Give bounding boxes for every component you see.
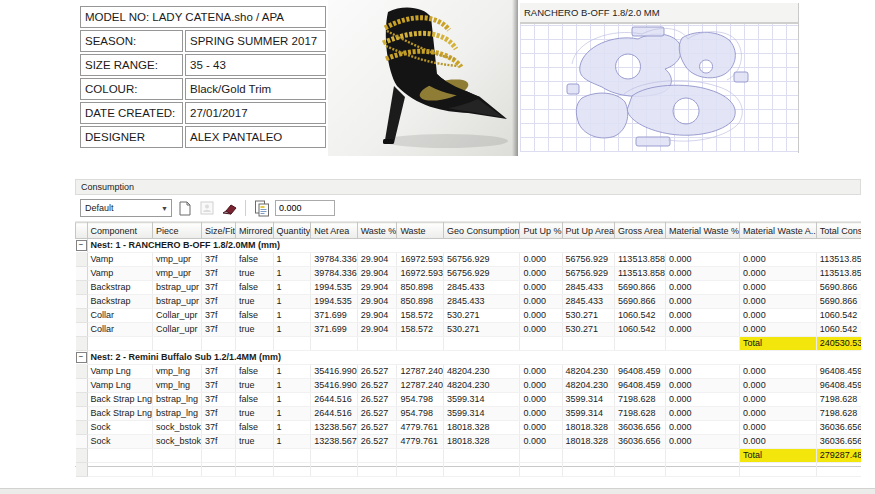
cell: false <box>236 421 274 435</box>
cell: 35416.990 <box>311 379 358 393</box>
cell: 954.798 <box>397 393 444 407</box>
cell: false <box>236 393 274 407</box>
column-header[interactable]: Put Up Area <box>562 223 615 239</box>
column-header[interactable]: Gross Area <box>615 223 666 239</box>
cell: 12787.240 <box>397 379 444 393</box>
column-header[interactable]: Quantity <box>273 223 311 239</box>
table-row[interactable]: CollarCollar_upr37ffalse1371.69929.90415… <box>76 309 862 323</box>
consumption-toolbar: Default ▼ <box>75 195 861 222</box>
cell: 1 <box>273 267 311 281</box>
column-header[interactable]: Mirrored <box>236 223 274 239</box>
cell: 96408.459 <box>816 379 861 393</box>
cell: 0.000 <box>665 323 739 337</box>
cell: 0.000 <box>740 309 817 323</box>
cell: 48204.230 <box>562 365 615 379</box>
cell: 0.000 <box>520 323 562 337</box>
cell: 2845.433 <box>443 281 520 295</box>
table-row: SIZE RANGE: 35 - 43 <box>80 54 326 76</box>
preset-combobox[interactable]: Default ▼ <box>80 199 172 217</box>
table-row[interactable]: Socksock_bstok37ffalse113238.56726.52747… <box>76 421 862 435</box>
cell: false <box>236 365 274 379</box>
copy-pages-icon[interactable] <box>253 199 271 217</box>
cell: 29.904 <box>357 309 397 323</box>
cell: Collar <box>87 323 153 337</box>
table-row[interactable]: Back Strap Lngbstrap_lng37ffalse12644.51… <box>76 393 862 407</box>
column-header[interactable]: Waste % <box>357 223 397 239</box>
cell: 39784.336 <box>311 253 358 267</box>
eraser-icon[interactable] <box>220 199 238 217</box>
cell: 1 <box>273 253 311 267</box>
cell: 1994.535 <box>311 281 358 295</box>
column-header[interactable]: Geo Consumption <box>443 223 520 239</box>
cell: 0.000 <box>740 393 817 407</box>
consumption-value-field[interactable] <box>275 200 335 216</box>
table-row[interactable]: Backstrapbstrap_upr37ffalse11994.53529.9… <box>76 281 862 295</box>
consumption-panel: Consumption Default ▼ ComponentPieceSize… <box>75 179 861 467</box>
date-created-label: DATE CREATED: <box>80 102 183 124</box>
column-header[interactable]: Component <box>87 223 153 239</box>
cell: 113513.858 <box>816 267 861 281</box>
cell: false <box>236 309 274 323</box>
table-row[interactable]: Backstrapbstrap_upr37ftrue11994.53529.90… <box>76 295 862 309</box>
cell: 0.000 <box>665 421 739 435</box>
pattern-pieces <box>520 24 798 152</box>
column-header[interactable]: Waste <box>397 223 444 239</box>
cell: Collar_upr <box>153 323 202 337</box>
cell: sock_bstok <box>153 421 202 435</box>
table-row[interactable]: Vampvmp_upr37ffalse139784.33629.90416972… <box>76 253 862 267</box>
cell: vmp_lng <box>153 365 202 379</box>
column-header[interactable]: Piece <box>153 223 202 239</box>
cell: 0.000 <box>665 281 739 295</box>
table-row[interactable]: CollarCollar_upr37ftrue1371.69929.904158… <box>76 323 862 337</box>
cell: 18018.328 <box>443 435 520 449</box>
cell: 0.000 <box>520 407 562 421</box>
cell: 2845.433 <box>562 281 615 295</box>
consumption-panel-title: Consumption <box>75 179 861 195</box>
table-row[interactable]: Vamp Lngvmp_lng37ftrue135416.99026.52712… <box>76 379 862 393</box>
cell: 7198.628 <box>615 393 666 407</box>
cell: 29.904 <box>357 295 397 309</box>
table-row[interactable]: Vampvmp_upr37ftrue139784.33629.90416972.… <box>76 267 862 281</box>
table-row: MODEL NO: LADY CATENA.sho / APA <box>80 6 326 28</box>
cell: 5690.866 <box>816 281 861 295</box>
consumption-table: ComponentPieceSize/FitMirroredQuantityNe… <box>75 222 861 477</box>
nesting-grid[interactable] <box>520 24 798 152</box>
column-header[interactable]: Put Up % <box>520 223 562 239</box>
cell: 37f <box>202 421 236 435</box>
column-header[interactable]: Size/Fit <box>202 223 236 239</box>
table-row[interactable]: Vamp Lngvmp_lng37ffalse135416.99026.5271… <box>76 365 862 379</box>
cell: 0.000 <box>520 421 562 435</box>
cell: 0.000 <box>740 365 817 379</box>
cell: 530.271 <box>562 323 615 337</box>
cell: true <box>236 323 274 337</box>
collapse-icon[interactable]: − <box>76 352 87 363</box>
cell: 2644.516 <box>311 407 358 421</box>
empty-row <box>76 463 862 477</box>
nest-group-row[interactable]: −Nest: 1 - RANCHERO B-OFF 1.8/2.0MM (mm) <box>76 239 862 253</box>
cell: 2644.516 <box>311 393 358 407</box>
cell: 13238.567 <box>311 435 358 449</box>
cell: Back Strap Lng <box>87 393 153 407</box>
nest-group-row[interactable]: −Nest: 2 - Remini Buffalo Sub 1.2/1.4MM … <box>76 351 862 365</box>
table-row[interactable]: Back Strap Lngbstrap_lng37ftrue12644.516… <box>76 407 862 421</box>
cell: vmp_lng <box>153 379 202 393</box>
column-header[interactable]: Material Waste A.. <box>740 223 817 239</box>
column-header[interactable]: Total Consumption <box>816 223 861 239</box>
column-header[interactable]: Net Area <box>311 223 358 239</box>
shoe-photo <box>328 0 518 156</box>
row-gutter <box>76 463 88 477</box>
cell: 37f <box>202 407 236 421</box>
row-gutter <box>76 393 88 407</box>
cell: 5690.866 <box>816 295 861 309</box>
cell: 0.000 <box>520 435 562 449</box>
row-gutter <box>76 407 88 421</box>
cell: 29.904 <box>357 281 397 295</box>
new-document-icon[interactable] <box>176 199 194 217</box>
cell: 3599.314 <box>562 407 615 421</box>
cell: 113513.858 <box>615 253 666 267</box>
row-gutter <box>76 309 88 323</box>
table-row[interactable]: Socksock_bstok37ftrue113238.56726.527477… <box>76 435 862 449</box>
collapse-icon[interactable]: − <box>76 240 87 251</box>
cell: 0.000 <box>665 407 739 421</box>
column-header[interactable]: Material Waste % <box>665 223 739 239</box>
